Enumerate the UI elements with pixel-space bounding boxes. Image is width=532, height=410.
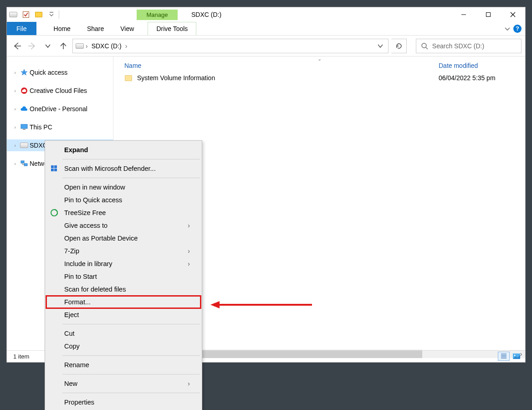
ctx-new[interactable]: New› bbox=[46, 377, 201, 390]
file-row[interactable]: System Volume Information 06/04/2022 5:3… bbox=[113, 71, 525, 85]
qat-checkbox-button[interactable] bbox=[20, 7, 32, 22]
chevron-right-icon[interactable]: › bbox=[123, 42, 129, 50]
refresh-icon bbox=[395, 42, 403, 50]
refresh-button[interactable] bbox=[391, 39, 407, 53]
window-title: SDXC (D:) bbox=[191, 11, 221, 18]
quick-access-toolbar bbox=[7, 7, 61, 22]
search-input[interactable] bbox=[428, 39, 517, 53]
ctx-format[interactable]: Format... bbox=[46, 296, 201, 308]
navigation-row: › SDXC (D:) › bbox=[7, 36, 525, 56]
details-view-button[interactable] bbox=[498, 352, 510, 361]
up-button[interactable] bbox=[57, 40, 70, 52]
ctx-rename[interactable]: Rename bbox=[46, 359, 201, 371]
expand-icon[interactable]: › bbox=[11, 124, 19, 130]
tab-view[interactable]: View bbox=[112, 22, 142, 35]
ctx-pin-quick-access[interactable]: Pin to Quick access bbox=[46, 194, 201, 206]
ctx-eject[interactable]: Eject bbox=[46, 308, 201, 321]
chevron-down-icon[interactable]: ⌄ bbox=[317, 56, 322, 62]
title-bar: Manage SDXC (D:) bbox=[7, 7, 525, 22]
col-date[interactable]: Date modified bbox=[439, 62, 525, 69]
back-button[interactable] bbox=[10, 40, 23, 52]
ctx-portable-device[interactable]: Open as Portable Device bbox=[46, 232, 201, 245]
expand-icon[interactable]: › bbox=[11, 88, 19, 93]
chevron-down-icon bbox=[45, 43, 51, 49]
ctx-open-new-window[interactable]: Open in new window bbox=[46, 181, 201, 194]
ribbon-collapse-icon[interactable] bbox=[504, 26, 511, 32]
svg-rect-13 bbox=[54, 169, 57, 171]
arrow-left-icon bbox=[13, 42, 21, 50]
file-name: System Volume Information bbox=[137, 74, 439, 82]
submenu-arrow-icon: › bbox=[188, 222, 190, 229]
maximize-button[interactable] bbox=[476, 7, 501, 22]
maximize-icon bbox=[486, 12, 491, 17]
svg-rect-0 bbox=[23, 12, 29, 18]
qat-overflow-button[interactable] bbox=[45, 7, 58, 22]
cloud-icon bbox=[20, 106, 29, 112]
creative-cloud-icon bbox=[20, 87, 29, 94]
close-icon bbox=[510, 12, 516, 17]
svg-point-2 bbox=[422, 43, 426, 48]
pc-icon bbox=[20, 124, 29, 130]
details-icon bbox=[501, 354, 507, 359]
arrow-right-icon bbox=[28, 42, 36, 50]
tab-file[interactable]: File bbox=[7, 22, 36, 35]
tree-this-pc[interactable]: › This PC bbox=[7, 121, 113, 133]
help-button[interactable]: ? bbox=[513, 25, 522, 33]
tab-home[interactable]: Home bbox=[46, 22, 79, 35]
network-icon bbox=[20, 160, 29, 167]
qat-folder-button[interactable] bbox=[32, 7, 45, 22]
checkbox-icon bbox=[22, 11, 30, 18]
close-button[interactable] bbox=[501, 7, 525, 22]
expand-icon[interactable]: › bbox=[11, 143, 19, 148]
tree-label: Creative Cloud Files bbox=[30, 87, 87, 94]
svg-marker-16 bbox=[210, 301, 220, 308]
search-box[interactable] bbox=[416, 39, 522, 53]
ctx-properties[interactable]: Properties bbox=[46, 396, 201, 409]
svg-rect-4 bbox=[21, 124, 27, 128]
col-name[interactable]: Name bbox=[124, 62, 439, 69]
star-icon bbox=[20, 69, 29, 76]
expand-icon[interactable]: › bbox=[11, 106, 19, 112]
thumbnails-icon bbox=[513, 354, 520, 359]
submenu-arrow-icon: › bbox=[188, 247, 190, 255]
tree-onedrive[interactable]: › OneDrive - Personal bbox=[7, 103, 113, 115]
svg-rect-12 bbox=[51, 169, 54, 171]
ctx-give-access[interactable]: Give access to› bbox=[46, 219, 201, 232]
address-dropdown-button[interactable] bbox=[373, 39, 388, 53]
svg-rect-6 bbox=[21, 161, 24, 163]
ctx-copy[interactable]: Copy bbox=[46, 340, 201, 353]
search-icon bbox=[421, 42, 428, 50]
chevron-down-icon bbox=[378, 43, 383, 49]
tab-share[interactable]: Share bbox=[79, 22, 112, 35]
qat-drive-button[interactable] bbox=[7, 7, 20, 22]
svg-rect-11 bbox=[54, 165, 57, 168]
tree-quick-access[interactable]: › Quick access bbox=[7, 67, 113, 78]
svg-rect-5 bbox=[23, 129, 26, 130]
shield-icon bbox=[50, 164, 59, 173]
forward-button[interactable] bbox=[26, 40, 39, 52]
ctx-scan-deleted[interactable]: Scan for deleted files bbox=[46, 283, 201, 296]
expand-icon[interactable]: › bbox=[11, 70, 19, 75]
submenu-arrow-icon: › bbox=[188, 380, 190, 387]
address-bar[interactable]: › SDXC (D:) › bbox=[72, 39, 389, 53]
thumbnails-view-button[interactable] bbox=[511, 352, 522, 361]
ctx-cut[interactable]: Cut bbox=[46, 327, 201, 340]
manage-context-tab[interactable]: Manage bbox=[137, 10, 178, 20]
ctx-defender[interactable]: Scan with Microsoft Defender... bbox=[46, 162, 201, 175]
file-date: 06/04/2022 5:35 pm bbox=[439, 74, 525, 82]
ctx-include-library[interactable]: Include in library› bbox=[46, 257, 201, 270]
ctx-expand[interactable]: Expand bbox=[46, 144, 201, 156]
folder-icon bbox=[125, 75, 132, 81]
ctx-treesize[interactable]: TreeSize Free bbox=[46, 206, 201, 219]
ctx-pin-start[interactable]: Pin to Start bbox=[46, 270, 201, 283]
tree-creative-cloud[interactable]: › Creative Cloud Files bbox=[7, 85, 113, 97]
arrow-up-icon bbox=[60, 42, 67, 50]
tab-drive-tools[interactable]: Drive Tools bbox=[148, 22, 196, 35]
minimize-button[interactable] bbox=[451, 7, 476, 22]
recent-locations-button[interactable] bbox=[41, 40, 54, 52]
chevron-right-icon[interactable]: › bbox=[84, 42, 90, 50]
status-text: 1 item bbox=[13, 353, 29, 360]
crumb-sdxc[interactable]: SDXC (D:) bbox=[90, 42, 123, 50]
ctx-7zip[interactable]: 7-Zip› bbox=[46, 245, 201, 257]
expand-icon[interactable]: › bbox=[11, 161, 19, 166]
